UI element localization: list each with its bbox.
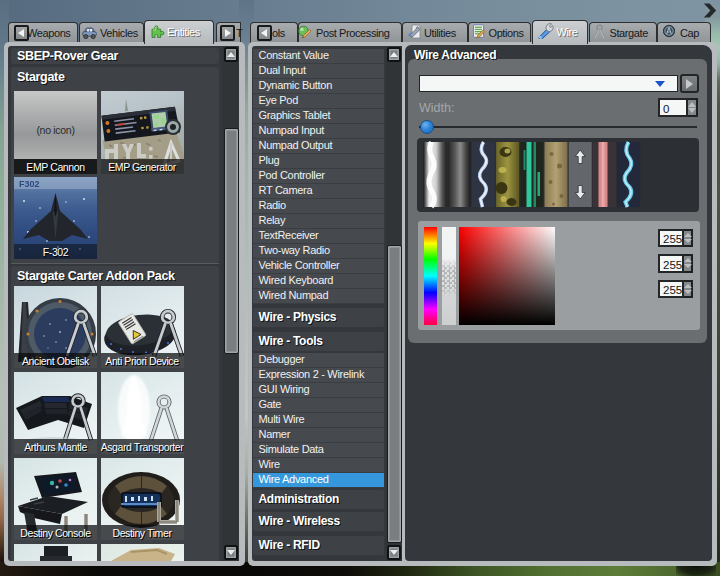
svg-text:F302: F302 — [19, 179, 40, 189]
